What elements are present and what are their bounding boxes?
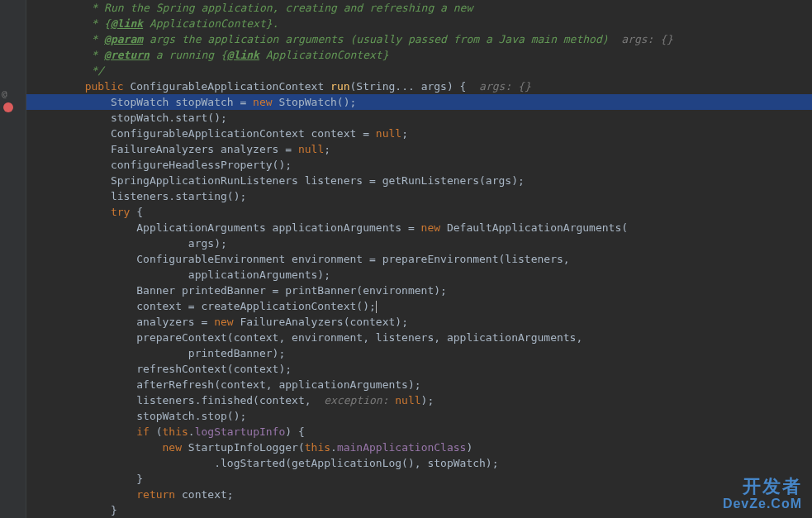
code-token: listeners.finished(context, bbox=[33, 394, 317, 406]
code-line[interactable]: .logStarted(getApplicationLog(), stopWat… bbox=[26, 455, 812, 471]
code-line[interactable]: if (this.logStartupInfo) { bbox=[26, 424, 812, 440]
code-token bbox=[33, 425, 136, 438]
code-token bbox=[33, 441, 163, 454]
code-line[interactable]: ConfigurableEnvironment environment = pr… bbox=[26, 251, 812, 267]
watermark-line1: 开发者 bbox=[723, 477, 802, 497]
code-line[interactable]: configureHeadlessProperty(); bbox=[26, 157, 812, 173]
code-line[interactable]: prepareContext(context, environment, lis… bbox=[26, 330, 812, 345]
code-token: ; bbox=[401, 127, 408, 140]
code-line[interactable]: FailureAnalyzers analyzers = null; bbox=[26, 141, 812, 157]
code-line[interactable]: */ bbox=[26, 63, 812, 78]
code-line[interactable]: afterRefresh(context, applicationArgumen… bbox=[26, 377, 812, 392]
code-token: ); bbox=[421, 394, 434, 406]
code-line[interactable]: args); bbox=[26, 235, 812, 251]
code-editor[interactable]: @ * Run the Spring application, creating… bbox=[0, 0, 812, 518]
code-token: args the application arguments (usually … bbox=[143, 33, 621, 45]
code-token: new bbox=[253, 96, 278, 108]
code-line[interactable]: SpringApplicationRunListeners listeners … bbox=[26, 173, 812, 188]
code-token: new bbox=[214, 316, 240, 328]
code-token: .logStarted(getApplicationLog(), stopWat… bbox=[33, 457, 499, 469]
code-token: prepareContext(context, environment, lis… bbox=[33, 331, 582, 344]
code-line[interactable]: Banner printedBanner = printBanner(envir… bbox=[26, 283, 812, 298]
gutter[interactable]: @ bbox=[0, 0, 26, 518]
code-token: a running { bbox=[150, 49, 227, 61]
code-token bbox=[33, 488, 136, 501]
code-token: stopWatch.stop(); bbox=[33, 410, 246, 422]
code-line[interactable]: context = createApplicationContext(); bbox=[26, 298, 812, 314]
breakpoint-icon[interactable] bbox=[3, 102, 13, 112]
code-token: stopWatch.start(); bbox=[33, 112, 227, 124]
code-token: StopWatch stopWatch = bbox=[33, 96, 253, 108]
code-token: StartupInfoLogger( bbox=[188, 441, 305, 454]
code-token: @link bbox=[227, 49, 259, 61]
code-token: } bbox=[33, 473, 143, 485]
override-icon[interactable]: @ bbox=[2, 88, 13, 100]
code-token: return bbox=[136, 488, 182, 501]
code-token: (String... args) { bbox=[350, 80, 480, 93]
code-token: ) bbox=[466, 441, 472, 454]
code-line[interactable]: refreshContext(context); bbox=[26, 361, 812, 377]
code-line[interactable]: ApplicationArguments applicationArgument… bbox=[26, 220, 812, 235]
code-token: @link bbox=[111, 17, 143, 30]
code-line[interactable]: * Run the Spring application, creating a… bbox=[26, 0, 812, 16]
code-token: null bbox=[395, 394, 420, 406]
code-line[interactable]: analyzers = new FailureAnalyzers(context… bbox=[26, 314, 812, 330]
code-token: . bbox=[188, 425, 195, 438]
code-token: ) { bbox=[285, 425, 304, 438]
code-line[interactable]: return context; bbox=[26, 487, 812, 502]
code-token: ApplicationContext}. bbox=[143, 17, 278, 30]
code-token: * { bbox=[33, 17, 111, 30]
code-token: refreshContext(context); bbox=[33, 363, 292, 375]
code-token: { bbox=[136, 206, 143, 218]
code-token: args); bbox=[33, 237, 227, 249]
code-token: run bbox=[330, 80, 349, 93]
code-token: * bbox=[33, 49, 104, 61]
code-line[interactable]: ConfigurableApplicationContext context =… bbox=[26, 126, 812, 141]
watermark-line2: DevZe.CoM bbox=[723, 497, 802, 511]
code-line[interactable]: * @return a running {@link ApplicationCo… bbox=[26, 47, 812, 63]
code-line[interactable]: stopWatch.stop(); bbox=[26, 408, 812, 424]
code-token: args: {} bbox=[621, 33, 673, 45]
code-line[interactable]: public ConfigurableApplicationContext ru… bbox=[26, 78, 812, 94]
code-line[interactable]: * {@link ApplicationContext}. bbox=[26, 16, 812, 31]
code-line[interactable]: } bbox=[26, 471, 812, 487]
code-line[interactable]: listeners.finished(context, exception: n… bbox=[26, 392, 812, 408]
code-line[interactable]: try { bbox=[26, 204, 812, 220]
code-token: StopWatch(); bbox=[278, 96, 356, 108]
code-line[interactable]: * @param args the application arguments … bbox=[26, 31, 812, 47]
code-line[interactable]: } bbox=[26, 502, 812, 518]
code-token bbox=[33, 80, 85, 93]
code-token: logStartupInfo bbox=[195, 425, 286, 438]
code-line[interactable]: StopWatch stopWatch = new StopWatch(); bbox=[26, 94, 812, 110]
code-token: * bbox=[33, 33, 104, 45]
code-area[interactable]: * Run the Spring application, creating a… bbox=[26, 0, 812, 518]
code-token: ConfigurableApplicationContext context = bbox=[33, 127, 376, 140]
code-line[interactable]: listeners.starting(); bbox=[26, 188, 812, 204]
code-token: DefaultApplicationArguments( bbox=[447, 221, 628, 234]
code-token: FailureAnalyzers(context); bbox=[240, 316, 408, 328]
code-token: @return bbox=[104, 49, 150, 61]
code-line[interactable]: new StartupInfoLogger(this.mainApplicati… bbox=[26, 440, 812, 455]
code-token: ; bbox=[324, 143, 330, 155]
code-token: . bbox=[330, 441, 337, 454]
code-token: */ bbox=[33, 64, 104, 77]
code-line[interactable]: printedBanner); bbox=[26, 345, 812, 361]
code-token: context; bbox=[182, 488, 234, 501]
cursor bbox=[376, 301, 377, 313]
code-line[interactable]: applicationArguments); bbox=[26, 267, 812, 283]
code-token: @param bbox=[104, 33, 143, 45]
code-token: try bbox=[111, 206, 136, 218]
code-token: this bbox=[305, 441, 330, 454]
code-token: new bbox=[421, 221, 447, 234]
code-token: * Run the Spring application, creating a… bbox=[33, 2, 472, 14]
code-token: null bbox=[298, 143, 324, 155]
code-token: configureHeadlessProperty(); bbox=[33, 159, 292, 171]
code-token: mainApplicationClass bbox=[337, 441, 467, 454]
code-token: ConfigurableEnvironment environment = pr… bbox=[33, 253, 570, 265]
code-token: afterRefresh(context, applicationArgumen… bbox=[33, 378, 421, 391]
code-token: null bbox=[376, 127, 401, 140]
code-line[interactable]: stopWatch.start(); bbox=[26, 110, 812, 126]
watermark: 开发者 DevZe.CoM bbox=[723, 477, 802, 511]
code-token: analyzers = bbox=[33, 316, 214, 328]
code-token: exception: bbox=[317, 394, 395, 406]
